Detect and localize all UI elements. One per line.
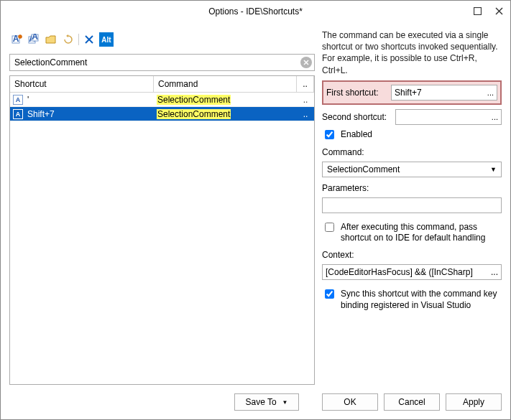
context-label: Context: <box>322 250 502 260</box>
shortcut-icon: A <box>13 109 23 119</box>
svg-rect-0 <box>474 7 481 14</box>
button-bar: Save To ▼ OK Cancel Apply <box>1 385 510 419</box>
window-title: Options - IDE\Shortcuts* <box>208 6 303 17</box>
first-shortcut-field[interactable]: Shift+7 ... <box>391 85 497 101</box>
maximize-button[interactable] <box>470 4 484 18</box>
toolbar: A AA Alt <box>9 29 315 50</box>
svg-point-5 <box>19 35 22 39</box>
shortcut-text: ' <box>27 95 29 105</box>
sync-checkbox[interactable] <box>325 289 334 299</box>
ok-button[interactable]: OK <box>322 393 378 411</box>
table-body: A'SelectionComment..AShift+7SelectionCom… <box>10 93 314 384</box>
col-shortcut[interactable]: Shortcut <box>10 76 154 92</box>
alt-label: Alt <box>101 36 111 44</box>
add-scheme-button[interactable]: A <box>9 32 24 47</box>
cancel-button[interactable]: Cancel <box>384 393 440 411</box>
first-shortcut-browse-button[interactable]: ... <box>487 88 494 97</box>
content-area: A AA Alt <box>1 22 510 385</box>
enabled-row: Enabled <box>322 129 502 141</box>
passthrough-row: After executing this command, pass short… <box>322 222 502 244</box>
second-shortcut-row: Second shortcut: ... <box>322 109 502 125</box>
passthrough-label[interactable]: After executing this command, pass short… <box>341 222 502 244</box>
command-value: SelectionComment <box>327 164 400 174</box>
options-window: Options - IDE\Shortcuts* A AA <box>0 0 511 420</box>
shortcut-text: Shift+7 <box>27 109 55 119</box>
sync-row: Sync this shortcut with the command key … <box>322 289 502 311</box>
second-shortcut-browse-button[interactable]: ... <box>492 113 498 121</box>
reset-button[interactable] <box>61 32 75 47</box>
sync-label[interactable]: Sync this shortcut with the command key … <box>341 289 502 311</box>
col-more[interactable]: .. <box>297 76 314 92</box>
close-button[interactable] <box>492 4 506 18</box>
first-shortcut-value: Shift+7 <box>395 88 422 98</box>
context-value: [CodeEditorHasFocus] && ([InCSharp] <box>326 267 473 277</box>
shortcuts-table: Shortcut Command .. A'SelectionComment..… <box>9 75 315 385</box>
col-command[interactable]: Command <box>154 76 297 92</box>
context-field[interactable]: [CodeEditorHasFocus] && ([InCSharp] ... <box>322 264 502 280</box>
table-row[interactable]: A'SelectionComment.. <box>10 93 314 107</box>
search-input[interactable] <box>9 54 315 71</box>
alt-mode-button[interactable]: Alt <box>99 32 114 47</box>
clear-search-button[interactable] <box>300 57 312 68</box>
enabled-checkbox[interactable] <box>325 130 334 139</box>
left-pane: A AA Alt <box>9 29 315 385</box>
search-box <box>9 54 315 71</box>
apply-button[interactable]: Apply <box>446 393 502 411</box>
save-to-label: Save To <box>245 397 276 407</box>
passthrough-checkbox[interactable] <box>325 223 334 232</box>
second-shortcut-field[interactable]: ... <box>395 109 502 125</box>
command-text: SelectionComment <box>157 95 231 105</box>
first-shortcut-row: First shortcut: Shift+7 ... <box>322 80 502 105</box>
save-to-button[interactable]: Save To ▼ <box>234 393 299 411</box>
table-header: Shortcut Command .. <box>10 76 314 93</box>
chevron-down-icon: ▼ <box>490 166 497 173</box>
command-text: SelectionComment <box>157 109 231 119</box>
svg-text:A: A <box>32 34 38 42</box>
row-more-button[interactable]: .. <box>297 95 314 105</box>
parameters-label: Parameters: <box>322 183 502 193</box>
chevron-down-icon: ▼ <box>282 399 288 406</box>
first-shortcut-label: First shortcut: <box>326 88 387 98</box>
open-folder-button[interactable] <box>44 32 58 47</box>
toolbar-divider <box>78 34 79 45</box>
right-pane: The command can be executed via a single… <box>322 29 502 385</box>
command-combo[interactable]: SelectionComment ▼ <box>322 162 502 177</box>
window-controls <box>470 4 506 18</box>
table-row[interactable]: AShift+7SelectionComment.. <box>10 107 314 121</box>
delete-button[interactable] <box>82 32 96 47</box>
row-more-button[interactable]: .. <box>297 109 314 119</box>
command-label: Command: <box>322 147 502 157</box>
parameters-input[interactable] <box>322 197 502 213</box>
context-browse-button[interactable]: ... <box>488 267 498 277</box>
description-text: The command can be executed via a single… <box>322 29 502 76</box>
copy-scheme-button[interactable]: AA <box>27 32 41 47</box>
titlebar: Options - IDE\Shortcuts* <box>1 1 510 22</box>
second-shortcut-label: Second shortcut: <box>322 112 391 122</box>
enabled-label[interactable]: Enabled <box>341 129 372 141</box>
svg-text:A: A <box>13 34 19 44</box>
shortcut-icon: A <box>13 95 23 105</box>
